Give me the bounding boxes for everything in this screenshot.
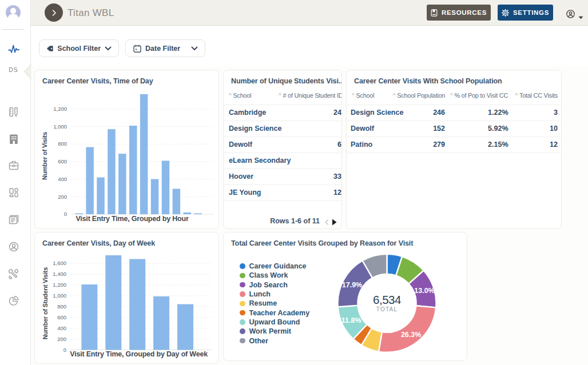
sidebar-item-building[interactable] — [0, 134, 27, 146]
card-title: Career Center Visits, Day of Week — [42, 239, 155, 247]
donut-slice — [379, 306, 436, 352]
sidebar-item-reports[interactable] — [0, 295, 27, 308]
top-header: Titan WBL RESOURCES SETTINGS — [31, 0, 588, 26]
row-separator — [224, 137, 341, 137]
school-population-table: ^School^School Population^% of Pop to Vi… — [347, 70, 561, 228]
sort-caret-icon: ^ — [515, 93, 518, 99]
column-header[interactable]: ^# of Unique Student ID — [279, 92, 342, 99]
building-icon — [9, 134, 19, 146]
card-day-of-week: 02004006008001,0001,2001,4001,600Number … — [34, 232, 219, 364]
row-separator — [224, 200, 341, 201]
bar — [76, 213, 84, 214]
y-tick-label: 1,000 — [53, 123, 67, 130]
sidebar: DS — [0, 0, 31, 365]
bar — [86, 147, 94, 214]
sidebar-divider — [2, 29, 24, 30]
sidebar-active-label[interactable]: DS — [0, 66, 27, 73]
donut-total-value: 6,534 — [373, 293, 401, 306]
bar-chart-day-of-week: 02004006008001,0001,2001,4001,600Number … — [35, 232, 218, 363]
active-item-notch — [23, 64, 31, 82]
bar — [129, 259, 145, 350]
sidebar-item-activity[interactable] — [0, 45, 27, 57]
table-value: 12 — [347, 141, 558, 149]
user-menu-caret-icon[interactable] — [578, 11, 583, 22]
calendar-icon — [133, 45, 141, 53]
column-header[interactable]: ^Total CC Visits — [515, 92, 558, 99]
sort-caret-icon: ^ — [393, 93, 396, 99]
unique-students-table: ^School^# of Unique Student IDCambridge2… — [224, 70, 341, 228]
bar — [140, 94, 148, 214]
user-menu-button[interactable] — [566, 10, 575, 21]
column-header[interactable]: ^% of Pop to Visit CC — [450, 92, 508, 99]
sidebar-item-ruler[interactable] — [0, 107, 27, 119]
card-school-population: Career Center Visits With School Populat… — [346, 70, 562, 229]
settings-button[interactable]: SETTINGS — [498, 5, 553, 21]
sidebar-item-profile[interactable] — [0, 242, 27, 254]
row-separator — [224, 105, 341, 105]
donut-total-label: TOTAL — [376, 306, 398, 312]
pagination-next-icon[interactable] — [332, 218, 337, 228]
table-value: 33 — [224, 173, 341, 181]
card-time-of-day: 02004006008001,0001,200Number of VisitsV… — [34, 70, 219, 229]
resources-doc-icon — [431, 9, 438, 17]
row-separator — [347, 137, 561, 137]
row-separator — [224, 184, 341, 185]
bar — [153, 296, 169, 350]
y-tick-label: 1,200 — [53, 106, 67, 112]
user-avatar-icon[interactable] — [5, 5, 21, 23]
y-tick-label: 200 — [57, 336, 66, 342]
y-tick-label: 0 — [64, 211, 67, 217]
card-unique-students: Number of Unique Students Visi... ^Schoo… — [223, 70, 342, 229]
y-tick-label: 1,000 — [53, 292, 66, 299]
resources-button[interactable]: RESOURCES — [427, 5, 491, 21]
y-tick-label: 200 — [58, 194, 67, 200]
column-header[interactable]: ^School — [229, 92, 251, 99]
briefcase-icon — [9, 161, 19, 173]
table-value: 3 — [347, 109, 558, 117]
sidebar-item-news[interactable] — [0, 215, 27, 227]
school-link[interactable]: eLearn Secondary — [229, 157, 291, 165]
bar — [97, 178, 105, 214]
sidebar-item-briefcase[interactable] — [0, 161, 27, 173]
chevron-right-icon — [51, 10, 57, 16]
card-title: Career Center Visits, Time of Day — [42, 77, 153, 85]
bar — [173, 188, 181, 214]
chevron-down-icon — [105, 46, 112, 51]
bar — [184, 212, 192, 214]
sidebar-item-tools[interactable] — [0, 268, 27, 282]
y-tick-label: 1,600 — [53, 260, 66, 266]
y-tick-label: 600 — [57, 314, 66, 320]
bar — [162, 161, 170, 214]
dashboard-grid-icon — [9, 187, 19, 200]
slice-percent-label: 11.8% — [341, 316, 361, 324]
sidebar-item-dashboard[interactable] — [0, 187, 27, 200]
y-tick-label: 400 — [57, 325, 66, 331]
bar-chart-time-of-day: 02004006008001,0001,200Number of VisitsV… — [35, 70, 218, 228]
y-tick-label: 400 — [58, 176, 67, 182]
y-tick-label: 800 — [58, 141, 67, 147]
bar — [151, 179, 159, 214]
sort-caret-icon: ^ — [352, 93, 355, 99]
slice-percent-label: 17.9% — [342, 281, 362, 289]
collapse-toggle-button[interactable] — [45, 3, 63, 22]
row-separator — [224, 153, 341, 153]
y-tick-label: 800 — [57, 303, 66, 310]
school-filter-dropdown[interactable]: School Filter — [39, 39, 119, 57]
row-separator — [347, 121, 561, 121]
sort-caret-icon: ^ — [450, 93, 453, 99]
table-value: 6 — [224, 141, 341, 149]
pagination-prev-icon[interactable] — [325, 218, 329, 228]
column-header[interactable]: ^School Population — [393, 92, 445, 99]
page-title: Titan WBL — [67, 7, 114, 19]
table-value: 12 — [224, 188, 341, 196]
card-visit-reasons: Total Career Center Visits Grouped by Re… — [223, 232, 467, 361]
column-header[interactable]: ^School — [352, 92, 374, 99]
table-value: 24 — [224, 109, 341, 117]
user-circle-icon — [566, 10, 575, 18]
date-filter-dropdown[interactable]: Date Filter — [125, 39, 205, 57]
school-link[interactable]: Design Science — [229, 125, 281, 133]
bar — [105, 255, 121, 350]
bar — [194, 213, 202, 214]
sort-caret-icon: ^ — [279, 93, 281, 99]
y-axis-label: Number of Student Visits — [42, 267, 49, 339]
